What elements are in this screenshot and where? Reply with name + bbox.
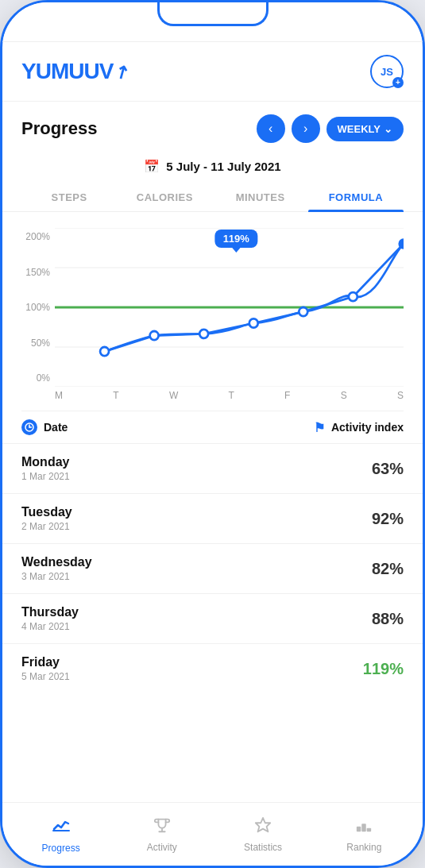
chart-tabs: STEPS CALORIES MINUTES FORMULA [2,183,423,212]
svg-point-6 [100,347,109,356]
table-row: Friday 5 Mar 2021 119% [2,643,423,693]
tab-formula[interactable]: FORMULA [308,183,404,211]
svg-point-10 [299,307,307,316]
avatar-badge [392,77,404,88]
row-day-info: Friday 5 Mar 2021 [21,655,70,682]
trophy-icon [153,816,171,834]
table-row: Tuesday 2 Mar 2021 92% [2,493,423,543]
y-axis-labels: 200% 150% 100% 50% 0% [21,228,55,387]
table-row: Monday 1 Mar 2021 63% [2,443,423,493]
ranking-podium-icon [355,816,373,834]
nav-item-ranking[interactable]: Ranking [314,816,415,853]
chart-area: 200% 150% 100% 50% 0% 119% [2,212,423,401]
progress-icon [52,816,71,839]
notch [157,2,269,26]
svg-point-11 [349,292,357,301]
bottom-nav: Progress Activity Statis [2,802,423,866]
svg-rect-19 [362,824,367,831]
svg-point-9 [249,318,258,327]
row-day-info: Monday 1 Mar 2021 [21,455,70,482]
bottom-spacer [2,693,423,765]
logo-arrow-icon: ↗ [110,60,133,85]
progress-nav-icon [52,816,71,835]
calendar-icon: 📅 [144,159,160,174]
nav-item-activity[interactable]: Activity [111,816,212,853]
page-title: Progress [21,118,97,139]
row-value-highlight: 119% [363,660,404,678]
nav-item-statistics[interactable]: Statistics [213,816,314,853]
svg-rect-20 [367,827,372,831]
progress-header: Progress ‹ › WEEKLY ⌄ [2,102,423,152]
flag-icon: ⚑ [314,420,325,435]
app-logo: YUMUUV↗ [21,59,128,84]
main-content: YUMUUV↗ JS Progress ‹ › WEEKLY ⌄ 📅 5 Jul… [2,42,423,866]
period-selector[interactable]: WEEKLY ⌄ [326,117,404,141]
nav-label-statistics: Statistics [244,842,282,853]
statistics-icon [254,816,272,839]
table-header: Date ⚑ Activity index [2,411,423,443]
tab-steps[interactable]: STEPS [21,183,117,211]
row-value: 82% [372,560,404,578]
next-button[interactable]: › [292,114,320,143]
x-axis-labels: M T W T F S S [2,387,423,401]
svg-rect-18 [357,826,361,831]
row-day-info: Tuesday 2 Mar 2021 [21,505,72,532]
activity-icon [153,816,171,839]
line-chart [55,228,404,387]
tooltip-arrow [231,247,241,253]
tab-minutes[interactable]: MINUTES [213,183,308,211]
chart-svg-wrapper: 119% [55,228,404,387]
svg-marker-17 [256,817,270,831]
row-day-info: Thursday 4 Mar 2021 [21,605,79,632]
chevron-down-icon: ⌄ [384,123,392,135]
star-icon [254,816,272,834]
row-day-info: Wednesday 3 Mar 2021 [21,555,92,582]
nav-label-progress: Progress [42,843,80,854]
svg-point-7 [150,331,159,340]
nav-controls: ‹ › WEEKLY ⌄ [257,114,404,143]
svg-point-8 [199,330,208,338]
table-row: Wednesday 3 Mar 2021 82% [2,543,423,593]
row-value: 88% [372,610,404,628]
phone-frame: YUMUUV↗ JS Progress ‹ › WEEKLY ⌄ 📅 5 Jul… [0,0,425,868]
col-date-header: Date [21,419,68,435]
avatar[interactable]: JS [370,55,404,88]
svg-point-12 [400,239,404,248]
tab-calories[interactable]: CALORIES [117,183,212,211]
table-row: Thursday 4 Mar 2021 88% [2,593,423,643]
row-value: 92% [372,510,404,528]
col-activity-header: ⚑ Activity index [314,420,404,435]
app-header: YUMUUV↗ JS [2,42,423,102]
prev-button[interactable]: ‹ [257,114,285,143]
date-range: 📅 5 July - 11 July 2021 [2,152,423,180]
row-value: 63% [372,460,404,478]
nav-label-ranking: Ranking [346,842,381,853]
nav-label-activity: Activity [147,842,177,853]
clock-icon [21,419,37,435]
ranking-icon [355,816,373,839]
nav-item-progress[interactable]: Progress [10,816,111,854]
clock-svg [25,422,34,432]
notch-area [2,2,423,42]
chart-tooltip: 119% [215,230,257,248]
